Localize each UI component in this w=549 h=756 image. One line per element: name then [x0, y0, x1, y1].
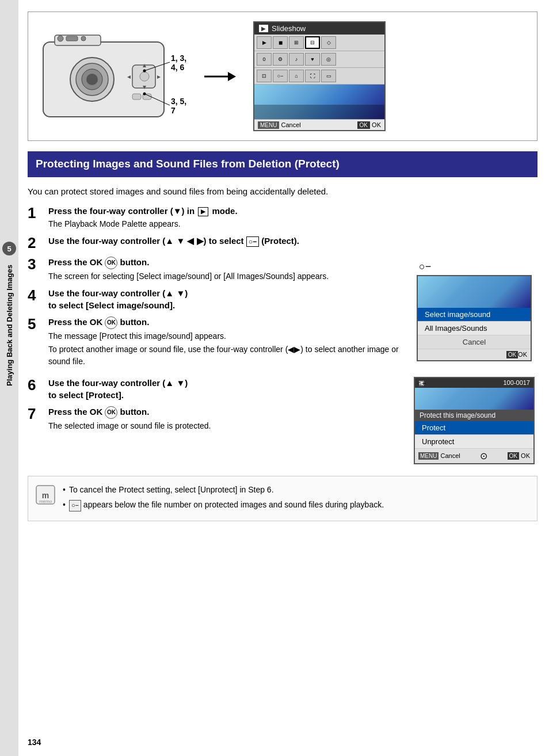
memo-bullet-1-text: To cancel the Protect setting, select [U… — [69, 483, 274, 496]
file-number: 100-0017 — [504, 379, 531, 387]
label-1346: 1, 3, 4, 6 — [171, 54, 187, 72]
step-5-body1: The message [Protect this image/sound] a… — [48, 330, 407, 342]
protect-menu2-container: ○− ▣ 100-0017 Protect this image/sound P… — [414, 377, 535, 464]
protect-item-protect: Protect — [415, 421, 533, 435]
menu-icon-10: ◎ — [321, 53, 336, 66]
play-icon: ▶ — [259, 25, 268, 32]
step-6-number: 6 — [28, 377, 48, 394]
ok-label-2: OK — [521, 452, 530, 459]
bullet-dot-1: • — [63, 483, 66, 496]
side-tab: 5 Playing Back and Deleting Images — [0, 0, 18, 756]
ok-label: OK — [372, 121, 381, 128]
step-3-title: Press the OK OK button. — [48, 256, 407, 269]
menu-icon-4-selected: ⊟ — [305, 36, 320, 49]
protect-icon-memo: ○− — [69, 500, 81, 511]
section-header: Protecting Images and Sound Files from D… — [28, 151, 537, 177]
ok-area: OK OK — [357, 121, 381, 128]
menu-icon-2: ◼ — [273, 36, 288, 49]
memo-bullet-1: • To cancel the Protect setting, select … — [63, 483, 529, 496]
step-5-title: Press the OK OK button. — [48, 316, 407, 329]
ok-box-small: OK — [506, 351, 518, 358]
svg-rect-7 — [66, 36, 78, 41]
protect-icon-display: ○− — [419, 261, 537, 273]
steps-3-5-left: 3 Press the OK OK button. The screen for… — [28, 256, 407, 372]
protect-icon-inline: ○− — [246, 236, 259, 247]
svg-point-20 — [143, 92, 146, 95]
main-content: 1, 3, 4, 6 3, 5, 7 ▶ Slideshow ▶ ◼ ⊞ ⊟ ◇ — [18, 0, 549, 756]
menu-icon-7: ⚙ — [273, 53, 288, 66]
menu-icon-5: ◇ — [321, 36, 336, 49]
ok-label-p1: OK — [518, 351, 527, 358]
step-7-number: 7 — [28, 406, 48, 422]
memo-bullet-2-text: ○− appears below the file number on prot… — [69, 498, 384, 511]
menu-icon-6: 0 — [257, 53, 272, 66]
step-6-title: Use the four-way controller (▲ ▼)to sele… — [48, 377, 405, 401]
nav-icon-area: ⊙ — [480, 450, 487, 461]
step-2-content: Use the four-way controller (▲ ▼ ◀ ▶) to… — [48, 235, 537, 247]
step-6: 6 Use the four-way controller (▲ ▼)to se… — [28, 377, 405, 401]
menu-icon-13: ⌂ — [289, 70, 304, 82]
slideshow-title: Slideshow — [272, 24, 306, 33]
protect-menu-2: ○− ▣ 100-0017 Protect this image/sound P… — [414, 377, 537, 464]
camera-svg — [37, 25, 187, 131]
cancel-label-2: Cancel — [441, 452, 460, 459]
protect-icon-2: ○− — [417, 379, 426, 388]
step-5: 5 Press the OK OK button. The message [P… — [28, 316, 407, 368]
menu-cancel-area: MENU Cancel — [258, 121, 301, 128]
menu-cancel-2: MENU Cancel — [418, 452, 460, 459]
protect-overlay-text: Protect this image/sound — [415, 410, 533, 421]
protect-all-images: All Images/Sounds — [418, 322, 531, 335]
step-1-body: The Playback Mode Palette appears. — [48, 218, 537, 230]
playback-mode-icon: ▶ — [198, 207, 208, 216]
step-4: 4 Use the four-way controller (▲ ▼)to se… — [28, 287, 407, 311]
step-7: 7 Press the OK OK button. The selected i… — [28, 406, 405, 432]
protect-menu-container-1: Select image/sound All Images/Sounds Can… — [417, 275, 532, 361]
camera-diagram: 1, 3, 4, 6 3, 5, 7 — [37, 25, 187, 128]
slideshow-image-area — [254, 85, 384, 119]
memo-icon: m memo — [34, 483, 57, 506]
slideshow-menu: ▶ Slideshow ▶ ◼ ⊞ ⊟ ◇ 0 ⚙ ♪ ♥ ◎ ⊡ ○− ⌂ — [253, 21, 386, 131]
protect-menu-1: ○− Select image/sound All Images/Sounds … — [417, 256, 537, 372]
section-title: Protecting Images and Sound Files from D… — [36, 158, 340, 170]
step-2-title: Use the four-way controller (▲ ▼ ◀ ▶) to… — [48, 235, 537, 247]
svg-point-6 — [58, 36, 63, 41]
step-1: 1 Press the four-way controller (▼) in ▶… — [28, 205, 537, 230]
menu-icon-8: ♪ — [289, 53, 304, 66]
memo-svg: m memo — [34, 483, 57, 506]
ok-area-2: OK OK — [508, 452, 530, 459]
svg-rect-15 — [132, 94, 141, 100]
svg-point-5 — [86, 74, 98, 85]
menu-icon-11: ⊡ — [257, 70, 272, 82]
menu-icon-14: ⛶ — [305, 70, 320, 82]
ok-icon-5: OK — [105, 316, 117, 329]
protect-item-unprotect: Unprotect — [415, 435, 533, 449]
protect-menu2-bottom: MENU Cancel ⊙ OK OK — [415, 449, 533, 463]
steps-container: 1 Press the four-way controller (▼) in ▶… — [28, 205, 537, 464]
steps-6-7-area: 6 Use the four-way controller (▲ ▼)to se… — [28, 377, 537, 464]
step-4-content: Use the four-way controller (▲ ▼)to sele… — [48, 287, 407, 311]
step-3-number: 3 — [28, 256, 48, 273]
step-5-number: 5 — [28, 316, 48, 333]
step-3: 3 Press the OK OK button. The screen for… — [28, 256, 407, 282]
menu-icon-9: ♥ — [305, 53, 320, 66]
page-number: 134 — [28, 738, 41, 747]
step-1-title: Press the four-way controller (▼) in ▶ m… — [48, 205, 537, 217]
menu-icon-play: ▶ — [257, 36, 272, 49]
step-4-number: 4 — [28, 287, 48, 304]
chapter-title: Playing Back and Deleting Images — [5, 265, 14, 386]
protect-select-image: Select image/sound — [418, 308, 531, 322]
cancel-label: Cancel — [281, 121, 301, 128]
step-7-title: Press the OK OK button. — [48, 406, 405, 419]
intro-text: You can protect stored images and sound … — [28, 185, 537, 198]
steps-3-5-area: 3 Press the OK OK button. The screen for… — [28, 256, 537, 372]
protect-menu2-header: ▣ 100-0017 — [415, 378, 533, 388]
svg-point-18 — [143, 69, 146, 72]
menu-label: MENU — [258, 121, 279, 129]
step-1-content: Press the four-way controller (▼) in ▶ m… — [48, 205, 537, 230]
protect-menu-image-1 — [418, 276, 531, 308]
svg-point-14 — [140, 72, 149, 81]
step-2: 2 Use the four-way controller (▲ ▼ ◀ ▶) … — [28, 235, 537, 251]
ok-label-box: OK — [357, 121, 370, 129]
bullet-dot-2: • — [63, 498, 66, 511]
ok-icon-3: OK — [105, 257, 117, 269]
